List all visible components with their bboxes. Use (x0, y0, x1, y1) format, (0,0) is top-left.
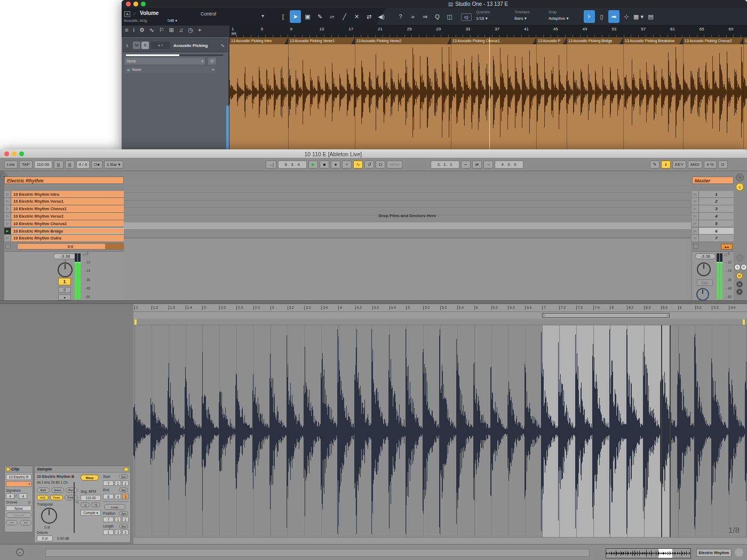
clip-start-marker[interactable] (134, 319, 137, 325)
end-beat[interactable]: 4 (115, 494, 121, 499)
new-button[interactable]: NEW (387, 161, 402, 169)
record-arm-icon[interactable]: ● (158, 43, 160, 47)
quantization-menu[interactable]: 1 Bar ▾ (104, 161, 123, 169)
draw-mode-button[interactable]: ✎ (650, 161, 659, 169)
scene-launch-button[interactable]: ▷ (692, 213, 699, 220)
clip-label[interactable]: 13 Acoustic Picking Chorus2 (683, 37, 743, 44)
note-icon[interactable]: ♫ (179, 27, 183, 34)
follow-button[interactable]: ⇒ (419, 10, 431, 23)
scene-row[interactable]: ▷5 (692, 220, 734, 228)
ableton-titlebar[interactable]: 10 110 E [Ableton Live] (0, 149, 747, 158)
arrangement-ruler[interactable]: 4/4 159131721252933374145495357616569 (229, 26, 747, 37)
arrangement-overview-toggle[interactable]: ≡ (736, 173, 744, 181)
listen-tool-button[interactable]: ◀) (376, 10, 387, 23)
snap-menu[interactable]: Snap Adaptive ▾ (549, 10, 568, 21)
loop-button[interactable]: Loop (104, 504, 125, 510)
punch-in-button[interactable]: ⌐ (461, 161, 471, 169)
length-set-button[interactable]: Set (119, 524, 128, 529)
clip-label[interactable]: 13 Acoustic Picking Breakdow (623, 37, 683, 44)
end-bar[interactable]: 8 (103, 494, 114, 499)
position-sixteenth[interactable]: 1 (122, 517, 129, 522)
gain-slider-handle[interactable]: ◁ (75, 499, 78, 504)
scene-row[interactable]: ▷7 (692, 235, 734, 242)
clip-name[interactable]: 10 Electric Rhythm Bridge (11, 228, 124, 235)
solo-button[interactable]: S (58, 287, 71, 293)
tools-icon[interactable]: ⚙ (139, 27, 145, 34)
help-button[interactable]: ? (395, 10, 406, 23)
master-volume-field[interactable]: -3.38 (695, 253, 716, 259)
signature-numerator[interactable]: 4 (6, 493, 14, 499)
scene-launch-button[interactable]: ▷ (692, 198, 699, 205)
timebase-menu[interactable]: Timebase Bars ▾ (514, 10, 529, 21)
clip-launch-button[interactable]: ▷ (4, 198, 11, 205)
clip-label[interactable]: 13 Acoustic Picking Bridge (567, 37, 623, 44)
fade-button[interactable]: Fade (50, 495, 63, 500)
clip-end-marker[interactable] (743, 319, 745, 325)
length-sixteenth[interactable]: 2 (122, 530, 129, 535)
add-track-icon[interactable]: + (198, 27, 201, 34)
clip-slot[interactable]: ▷10 Electric Rhythm Verse1 (4, 198, 124, 205)
groove-chooser[interactable]: None (6, 506, 31, 511)
scene-row[interactable]: ▷2 (692, 198, 734, 205)
track-activator-button[interactable]: 1 (58, 278, 71, 285)
minimize-button[interactable] (12, 151, 17, 156)
cue-volume-knob[interactable] (696, 288, 709, 301)
clip-launch-button[interactable]: ▷ (4, 191, 11, 198)
clip-name[interactable]: 10 Electric Rhythm Intro (11, 191, 124, 198)
clip-label[interactable]: 13 Acoustic Picking Verse2 (355, 37, 451, 44)
quantize-menu[interactable]: Quantize 1/16 ▾ (476, 10, 490, 21)
arrangement-area[interactable]: 13 Acoustic Picking Intro13 Acoustic Pic… (229, 37, 747, 149)
midi-map-button[interactable]: MIDI (688, 161, 702, 169)
mixer-toggle[interactable]: M (736, 273, 743, 279)
split-tool-button[interactable]: ✎ (314, 10, 325, 23)
master-title[interactable]: Master (692, 177, 734, 184)
session-grid[interactable]: Drop Files and Devices Here (124, 177, 691, 300)
follow-toggle-button[interactable]: ‖ (661, 161, 671, 169)
clip-stop-button[interactable] (5, 244, 11, 249)
studio-one-titlebar[interactable]: ▤Studio One - 13 137 E (122, 0, 747, 8)
scene-launch-button[interactable]: ▷ (692, 191, 699, 198)
clip-label[interactable]: 13 Acoustic Picking Intro (229, 37, 288, 44)
previous-clip-button[interactable]: << (6, 520, 18, 525)
sample-waveform[interactable] (133, 325, 747, 537)
detail-track-button[interactable]: Electric Rhythm (696, 549, 732, 557)
nudge-down-button[interactable]: ||| (54, 161, 63, 169)
session-overview-toggle[interactable]: ||| (736, 183, 744, 191)
detune-field[interactable]: 0 ct (37, 535, 53, 541)
edit-button[interactable]: Edit (37, 487, 50, 493)
track-title[interactable]: Electric Rhythm (4, 177, 124, 184)
vertical-scrollbar[interactable] (226, 106, 229, 149)
automation-mode-badge[interactable]: A (124, 11, 130, 17)
zoom-tool-button[interactable]: Q (432, 10, 443, 23)
zoom-button[interactable] (19, 151, 24, 156)
insert-bypass-button[interactable]: O (208, 58, 216, 65)
link-button[interactable]: Link (4, 161, 18, 169)
marker-flag-icon[interactable]: ⚐ (159, 27, 164, 34)
start-beat[interactable]: 1 (115, 481, 121, 486)
sends-toggle[interactable]: S (734, 264, 741, 270)
gain-slider-track[interactable] (74, 482, 75, 533)
solo-button[interactable]: S (141, 42, 149, 49)
clip-launch-button[interactable]: ▷ (4, 235, 11, 242)
insert-slot[interactable]: None▾ (125, 58, 205, 65)
clip-playing-button[interactable]: ▶ (4, 228, 11, 235)
volume-bar[interactable] (126, 54, 223, 56)
nudge-up-button[interactable]: ||| (65, 161, 75, 169)
cpu-meter[interactable]: 4 % (704, 161, 717, 169)
key-map-button[interactable]: KEY (672, 161, 686, 169)
scene-launch-button[interactable]: ▷ (692, 205, 699, 212)
autoscroll-button[interactable]: ⊦ (584, 10, 595, 23)
clip-launch-button[interactable]: ▷ (4, 220, 11, 227)
record-monitor-buttons[interactable]: ● ◐ (151, 42, 170, 49)
automation-arm-button[interactable]: ∿ (353, 161, 363, 169)
record-button[interactable]: ● (331, 161, 340, 169)
midi-overdub-button[interactable]: + (342, 161, 352, 169)
scene-row[interactable]: ▷3 (692, 205, 734, 213)
loop-brace-row[interactable]: ▷ ◁ (133, 312, 747, 319)
clip-color-chooser[interactable]: ▾ (6, 481, 31, 487)
track-header[interactable]: 1 M S ● ◐ Acoustic Picking ∿ (123, 38, 227, 52)
commit-button[interactable]: Commit (6, 513, 31, 518)
zoom-button[interactable] (141, 2, 146, 6)
clip-name[interactable]: 10 Electric Rhythm Verse2 (11, 213, 124, 220)
film-strip-button[interactable]: ▤ (645, 10, 656, 23)
